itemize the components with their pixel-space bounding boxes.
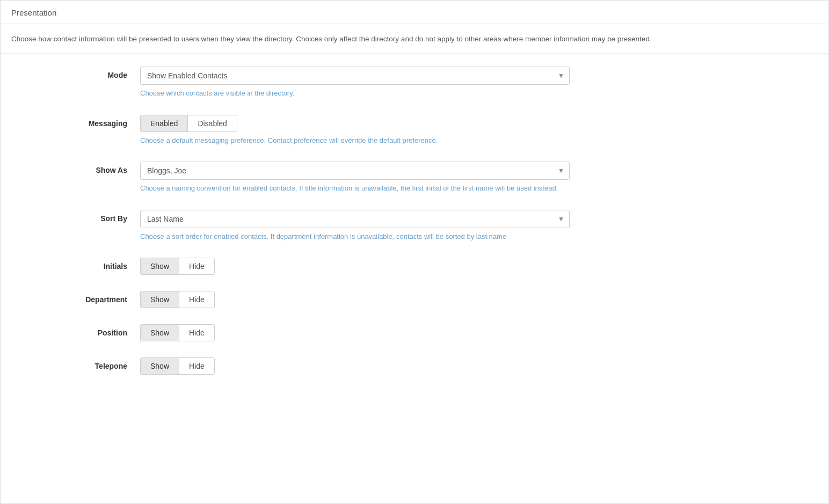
position-row: Position Show Hide: [22, 324, 807, 341]
sort-by-hint: Choose a sort order for enabled contacts…: [140, 231, 570, 242]
department-hide-button[interactable]: Hide: [179, 291, 214, 308]
position-hide-button[interactable]: Hide: [179, 325, 214, 341]
position-control: Show Hide: [140, 324, 570, 341]
telephone-row: Telepone Show Hide: [22, 357, 807, 375]
initials-control: Show Hide: [140, 258, 570, 275]
sort-by-control: Last Name First Name Department Position…: [140, 210, 570, 242]
telephone-show-button[interactable]: Show: [141, 358, 179, 374]
settings-area: Mode Show Enabled Contacts Show All Cont…: [1, 54, 828, 404]
telephone-hide-button[interactable]: Hide: [179, 358, 214, 374]
mode-select[interactable]: Show Enabled Contacts Show All Contacts …: [140, 67, 570, 85]
messaging-control: Enabled Disabled Choose a default messag…: [140, 115, 570, 146]
show-as-select-wrapper: Bloggs, Joe Joe Bloggs Joe B. J. Bloggs …: [140, 162, 570, 180]
initials-show-button[interactable]: Show: [141, 258, 179, 274]
initials-hide-button[interactable]: Hide: [179, 258, 214, 274]
messaging-hint: Choose a default messaging preference. C…: [140, 135, 570, 146]
position-show-button[interactable]: Show: [141, 325, 179, 341]
sort-by-row: Sort By Last Name First Name Department …: [22, 210, 807, 242]
telephone-toggle-group: Show Hide: [140, 357, 215, 375]
show-as-select[interactable]: Bloggs, Joe Joe Bloggs Joe B. J. Bloggs: [140, 162, 570, 180]
mode-label: Mode: [22, 67, 140, 79]
messaging-disabled-button[interactable]: Disabled: [188, 115, 236, 132]
department-row: Department Show Hide: [22, 291, 807, 308]
sort-by-select-wrapper: Last Name First Name Department Position…: [140, 210, 570, 228]
section-title: Presentation: [11, 8, 56, 17]
initials-label: Initials: [22, 258, 140, 271]
sort-by-label: Sort By: [22, 210, 140, 223]
position-label: Position: [22, 324, 140, 337]
mode-hint: Choose which contacts are visible in the…: [140, 88, 570, 99]
description-block: Choose how contact information will be p…: [1, 24, 828, 54]
sort-by-select[interactable]: Last Name First Name Department Position: [140, 210, 570, 228]
mode-row: Mode Show Enabled Contacts Show All Cont…: [22, 67, 807, 99]
messaging-toggle-group: Enabled Disabled: [140, 115, 237, 132]
department-label: Department: [22, 291, 140, 304]
show-as-label: Show As: [22, 162, 140, 174]
initials-toggle-group: Show Hide: [140, 258, 215, 275]
mode-control: Show Enabled Contacts Show All Contacts …: [140, 67, 570, 99]
telephone-control: Show Hide: [140, 357, 570, 375]
messaging-enabled-button[interactable]: Enabled: [141, 115, 188, 132]
section-header: Presentation: [1, 1, 828, 24]
messaging-row: Messaging Enabled Disabled Choose a defa…: [22, 115, 807, 146]
department-control: Show Hide: [140, 291, 570, 308]
mode-select-wrapper: Show Enabled Contacts Show All Contacts …: [140, 67, 570, 85]
page-container: Presentation Choose how contact informat…: [0, 0, 829, 504]
telephone-label: Telepone: [22, 357, 140, 370]
position-toggle-group: Show Hide: [140, 324, 215, 341]
show-as-row: Show As Bloggs, Joe Joe Bloggs Joe B. J.…: [22, 162, 807, 194]
initials-row: Initials Show Hide: [22, 258, 807, 275]
show-as-hint: Choose a naming convention for enabled c…: [140, 183, 570, 194]
messaging-label: Messaging: [22, 115, 140, 128]
show-as-control: Bloggs, Joe Joe Bloggs Joe B. J. Bloggs …: [140, 162, 570, 194]
department-show-button[interactable]: Show: [141, 291, 179, 308]
description-text: Choose how contact information will be p…: [11, 35, 652, 43]
department-toggle-group: Show Hide: [140, 291, 215, 308]
